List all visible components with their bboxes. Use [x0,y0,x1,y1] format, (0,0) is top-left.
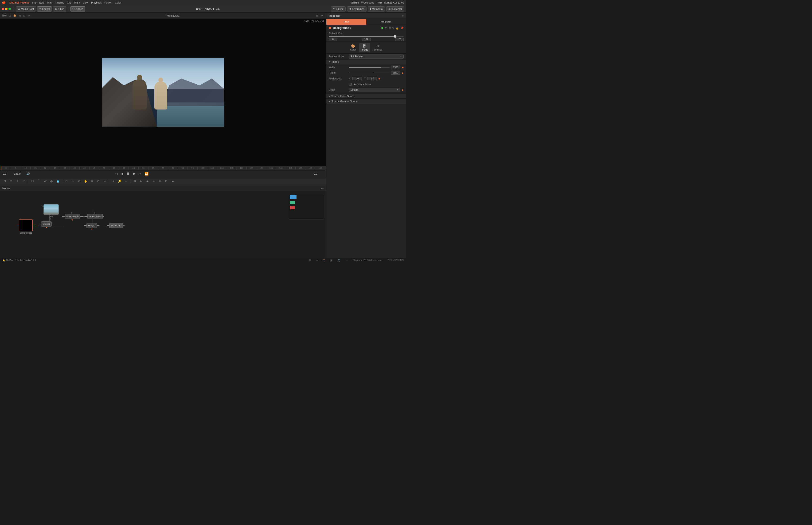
menu-workspace[interactable]: Workspace [361,1,374,4]
loop-button[interactable]: 🔁 [143,171,150,176]
copy-tool[interactable]: ⧉ [89,178,95,184]
eye-tool[interactable]: 👁 [157,178,163,184]
nodes-button[interactable]: ⬡ Nodes [70,6,85,12]
keyer-tool[interactable]: 🔑 [117,178,122,184]
pixel-aspect-x[interactable]: 1.0 [352,77,362,80]
paint-tool[interactable]: 🖊 [21,178,27,184]
hand-tool[interactable]: ✋ [83,178,88,184]
viewer-safe-btn[interactable]: ⊡ [22,13,26,18]
inspector-more-button[interactable]: ≡ [402,14,404,17]
tab-tools[interactable]: Tools [326,19,366,25]
menu-help[interactable]: Help [377,1,382,4]
skip-to-start-button[interactable]: ⏮ [114,171,119,176]
spline-button[interactable]: 〜 Spline [331,6,346,12]
source-color-header[interactable]: ▶ Source Color Space [326,93,406,99]
node-sky[interactable]: Sky [44,204,59,217]
bottom-icon-2[interactable]: ✂ [316,259,318,262]
menu-view[interactable]: View [83,1,88,4]
playhead[interactable] [1,166,1,170]
node-mediaout1[interactable]: MediaOut1 [109,223,123,228]
global-val-start[interactable]: 0 [329,38,337,41]
grid-overlay[interactable]: ⊞ [132,178,137,184]
subtab-settings[interactable]: ⚙ Settings [371,43,384,52]
minimize-button[interactable] [5,8,7,10]
brush-tool[interactable]: 🖌 [42,178,48,184]
node-pin-btn[interactable]: 📌 [400,27,404,30]
effects-button[interactable]: ✦ Effects [37,6,52,12]
subtab-image[interactable]: 🖼 Image [359,43,370,52]
particle-tool[interactable]: ✦ [110,178,116,184]
shape-tool[interactable]: ◈ [144,178,150,184]
node-merge2[interactable]: Merge2 [41,221,52,228]
menu-timeline[interactable]: Timeline [55,1,64,4]
nodes-canvas[interactable]: Background1 Sky Merge2 [0,191,326,258]
bottom-icon-3[interactable]: ⬡ [323,259,325,262]
bottom-icon-6[interactable]: ⏏ [346,259,348,262]
arrow-tool[interactable]: ➤ [138,178,144,184]
warp-tool[interactable]: ⌀ [102,178,107,184]
depth-dropdown[interactable]: Default ▼ [349,88,400,92]
menu-color[interactable]: Color [115,1,121,4]
crop-tool[interactable]: ⊡ [164,178,169,184]
global-val-mid[interactable]: 164 [362,38,370,41]
clips-button[interactable]: ▤ Clips [53,6,66,12]
step-back-button[interactable]: ◀ [120,171,124,176]
global-slider-thumb[interactable] [394,35,396,38]
menu-trim[interactable]: Trim [47,1,52,4]
node-erodedilate2[interactable]: ErodeDilate2 [88,214,103,219]
bottom-icon-1[interactable]: ⊞ [309,259,311,262]
height-input[interactable]: 1080 [391,71,400,75]
process-mode-dropdown[interactable]: Full Frames ▼ [349,55,404,59]
tab-modifiers[interactable]: Modifiers [366,19,406,25]
node-expand-btn[interactable]: ▼ [385,27,387,29]
viewer-more-btn[interactable]: ••• [27,13,31,18]
close-button[interactable] [2,8,4,10]
move-tool[interactable]: ⊹ [70,178,76,184]
path-tool[interactable]: ⌗ [151,178,156,184]
viewer-fit-btn[interactable]: ⊡ [8,13,12,18]
inspector-button[interactable]: ⊞ Inspector [386,6,404,12]
width-input[interactable]: 1920 [391,65,400,69]
node-edit-btn[interactable]: ✎ [392,27,394,30]
env-tool[interactable]: ☁ [170,178,175,184]
play-button[interactable]: ▶ [132,171,137,176]
node-merge1[interactable]: Merge1 [87,223,97,230]
bottom-icon-5[interactable]: 🎵 [337,259,341,262]
metadata-button[interactable]: ℹ Metadata [368,6,385,12]
subtab-color[interactable]: 🎨 Color [348,43,358,52]
app-name[interactable]: DaVinci Resolve [10,1,29,4]
bspline-tool[interactable]: ⌒ [36,178,42,184]
nodes-more-button[interactable]: ••• [321,187,323,190]
menu-clip[interactable]: Clip [67,1,72,4]
magic-mask-tool[interactable]: 💧 [55,178,61,184]
text-tool[interactable]: T [15,178,20,184]
viewer-more-btn2[interactable]: ••• [320,13,324,18]
select-tool[interactable]: ⊡ [2,178,7,184]
gradient-tool[interactable]: ◐ [49,178,54,184]
width-slider[interactable] [349,67,389,68]
menu-playback[interactable]: Playback [91,1,102,4]
menu-fusion[interactable]: Fusion [105,1,112,4]
global-slider-track[interactable] [329,36,404,37]
viewer-layout-btn[interactable]: ⊞ [315,13,319,18]
keyframes-button[interactable]: ◆ Keyframes [347,6,367,12]
zoom-tool[interactable]: ⊕ [76,178,82,184]
node-background1[interactable]: Background1 [19,220,33,234]
image-section-header[interactable]: ▼ Image [326,59,406,64]
maximize-button[interactable] [9,8,11,10]
pixel-aspect-y[interactable]: 1.0 [367,77,377,80]
global-val-end[interactable]: 163 [395,38,404,41]
menu-mark[interactable]: Mark [74,1,80,4]
stereo-tool[interactable]: ⌖ [123,178,129,184]
menu-edit[interactable]: Edit [39,1,44,4]
media-pool-button[interactable]: ⊞ Media Pool [16,6,36,12]
menu-fairlight[interactable]: Fairlight [350,1,359,4]
select-tool2[interactable]: ⊞ [8,178,14,184]
node-copy-btn[interactable]: ⊞ [388,27,391,30]
source-gamma-header[interactable]: ▶ Source Gamma Space [326,99,406,104]
rect-tool[interactable]: □ [64,178,69,184]
viewer-grid-btn[interactable]: ⊞ [18,13,21,18]
volume-button[interactable]: 🔊 [25,171,31,176]
node-mattecontrol1[interactable]: MatteControl1 [65,214,80,221]
stop-button[interactable]: ⏹ [125,171,131,176]
